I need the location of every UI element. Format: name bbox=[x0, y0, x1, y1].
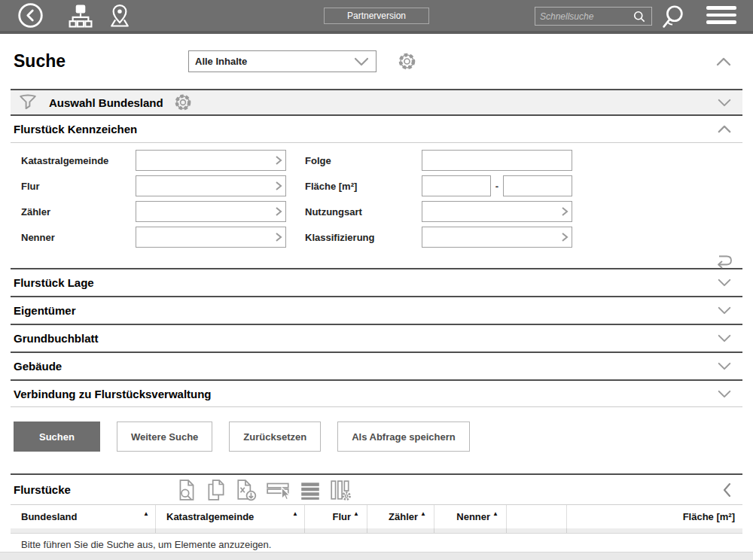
kennzeichen-form: Katastralgemeinde Folge Flur bbox=[11, 143, 742, 248]
hamburger-menu-button[interactable] bbox=[706, 6, 736, 24]
flur-picker-button[interactable] bbox=[275, 181, 282, 191]
klassifizierung-picker-button[interactable] bbox=[561, 232, 569, 242]
quick-search-input[interactable] bbox=[540, 11, 632, 22]
field-label: Flur bbox=[21, 181, 136, 192]
folge-input[interactable] bbox=[422, 150, 572, 171]
column-header-bundesland[interactable]: Bundesland ▲ bbox=[11, 505, 156, 528]
view-document-button[interactable] bbox=[176, 479, 197, 501]
flaeche-to-input[interactable] bbox=[503, 175, 572, 196]
field-label: Nenner bbox=[21, 232, 136, 243]
copy-button[interactable] bbox=[206, 479, 227, 501]
klassifizierung-input[interactable] bbox=[422, 227, 572, 248]
results-table-header: Bundesland ▲ Katastralgemeinde ▲ Flur ▲ … bbox=[11, 504, 742, 528]
nenner-input[interactable] bbox=[136, 227, 286, 248]
field-label: Folge bbox=[305, 155, 422, 166]
chevron-right-icon bbox=[275, 206, 282, 217]
weitere-suche-button[interactable]: Weitere Suche bbox=[117, 422, 212, 452]
document-search-icon bbox=[176, 479, 197, 501]
column-header-katastralgemeinde[interactable]: Katastralgemeinde ▲ bbox=[156, 505, 305, 528]
advanced-search-button[interactable] bbox=[658, 3, 687, 32]
sort-asc-icon: ▲ bbox=[353, 510, 359, 517]
collapse-kennzeichen-button[interactable] bbox=[717, 123, 732, 135]
row-view-button[interactable] bbox=[300, 479, 321, 501]
bundesland-filter-row[interactable]: Auswahl Bundesland bbox=[11, 89, 742, 116]
quick-search-magnifier-icon[interactable] bbox=[632, 9, 647, 24]
column-header-flur[interactable]: Flur ▲ bbox=[305, 505, 367, 528]
collapse-search-panel-button[interactable] bbox=[715, 56, 732, 68]
section-gebaeude[interactable]: Gebäude bbox=[11, 352, 742, 379]
column-header-spacer bbox=[507, 505, 567, 528]
search-settings-button[interactable] bbox=[397, 51, 417, 72]
sitemap-icon bbox=[67, 2, 94, 29]
content-scope-select[interactable]: Alle Inhalte bbox=[188, 50, 376, 72]
section-label: Gebäude bbox=[14, 360, 62, 373]
chevron-right-icon bbox=[561, 232, 569, 242]
table-header-substrip bbox=[11, 528, 742, 534]
chevron-down-icon bbox=[717, 277, 732, 288]
zuruecksetzen-button[interactable]: Zurücksetzen bbox=[229, 422, 321, 452]
rows-icon bbox=[300, 479, 321, 501]
zaehler-picker-button[interactable] bbox=[275, 206, 282, 217]
results-title: Flurstücke bbox=[14, 483, 71, 496]
gear-icon bbox=[173, 93, 193, 112]
expand-section-button[interactable] bbox=[717, 388, 732, 400]
flaeche-from-input[interactable] bbox=[422, 175, 491, 196]
column-header-zaehler[interactable]: Zähler ▲ bbox=[367, 505, 434, 528]
section-label: Eigentümer bbox=[14, 304, 76, 317]
kennzeichen-title: Flurstück Kennzeichen bbox=[14, 123, 137, 135]
bundesland-settings-button[interactable] bbox=[173, 93, 193, 112]
expand-section-button[interactable] bbox=[717, 305, 732, 316]
katastralgemeinde-picker-button[interactable] bbox=[275, 155, 282, 166]
search-header: Suche Alle Inhalte bbox=[11, 34, 742, 89]
reset-fields-button[interactable] bbox=[712, 251, 733, 268]
nenner-picker-button[interactable] bbox=[275, 232, 282, 242]
sort-asc-icon: ▲ bbox=[492, 510, 498, 517]
filter-funnel-icon bbox=[18, 93, 38, 112]
chevron-down-icon bbox=[353, 56, 370, 68]
chevron-down-icon bbox=[717, 388, 732, 400]
results-section: Flurstücke bbox=[11, 473, 742, 553]
section-label: Grundbuchblatt bbox=[14, 332, 99, 345]
section-verbindung-flurstuecksverwaltung[interactable]: Verbindung zu Flurstücksverwaltung bbox=[11, 379, 742, 407]
section-label: Verbindung zu Flurstücksverwaltung bbox=[14, 388, 212, 400]
section-grundbuchblatt[interactable]: Grundbuchblatt bbox=[11, 324, 742, 352]
field-label: Fläche [m²] bbox=[305, 181, 422, 192]
flur-input[interactable] bbox=[136, 175, 286, 196]
bottom-strip bbox=[0, 552, 753, 560]
chevron-right-icon bbox=[275, 155, 282, 166]
expand-section-button[interactable] bbox=[717, 361, 732, 372]
sort-asc-icon: ▲ bbox=[292, 510, 298, 517]
range-separator: - bbox=[491, 181, 503, 192]
sitemap-button[interactable] bbox=[67, 2, 94, 29]
chevron-down-icon bbox=[717, 361, 732, 372]
column-header-nenner[interactable]: Nenner ▲ bbox=[434, 505, 507, 528]
partner-version-button[interactable]: Partnerversion bbox=[324, 8, 429, 24]
chevron-right-icon bbox=[275, 232, 282, 242]
expand-section-button[interactable] bbox=[717, 277, 732, 288]
field-label: Nutzungsart bbox=[305, 206, 422, 218]
results-toolbar bbox=[176, 479, 352, 501]
expand-bundesland-button[interactable] bbox=[717, 97, 732, 108]
quick-search bbox=[535, 7, 652, 26]
collapse-results-button[interactable] bbox=[722, 482, 732, 498]
section-flurstueck-lage[interactable]: Flurstück Lage bbox=[11, 268, 742, 296]
back-button[interactable] bbox=[17, 2, 44, 29]
bundesland-filter-label: Auswahl Bundesland bbox=[49, 96, 163, 109]
sort-asc-icon: ▲ bbox=[420, 510, 426, 517]
column-settings-button[interactable] bbox=[329, 479, 352, 501]
export-download-icon bbox=[235, 479, 258, 501]
kennzeichen-header[interactable]: Flurstück Kennzeichen bbox=[11, 116, 742, 143]
zaehler-input[interactable] bbox=[136, 201, 286, 222]
nutzungsart-input[interactable] bbox=[422, 201, 572, 222]
katastralgemeinde-input[interactable] bbox=[136, 150, 286, 171]
export-download-button[interactable] bbox=[235, 479, 258, 501]
map-pin-button[interactable] bbox=[106, 2, 133, 29]
select-rows-button[interactable] bbox=[266, 479, 291, 501]
section-eigentuemer[interactable]: Eigentümer bbox=[11, 296, 742, 324]
als-abfrage-speichern-button[interactable]: Als Abfrage speichern bbox=[337, 422, 470, 452]
suchen-button[interactable]: Suchen bbox=[14, 422, 100, 452]
nutzungsart-picker-button[interactable] bbox=[561, 206, 569, 217]
large-magnifier-icon bbox=[658, 3, 687, 32]
column-header-flaeche[interactable]: Fläche [m²] bbox=[567, 505, 742, 528]
expand-section-button[interactable] bbox=[717, 333, 732, 344]
